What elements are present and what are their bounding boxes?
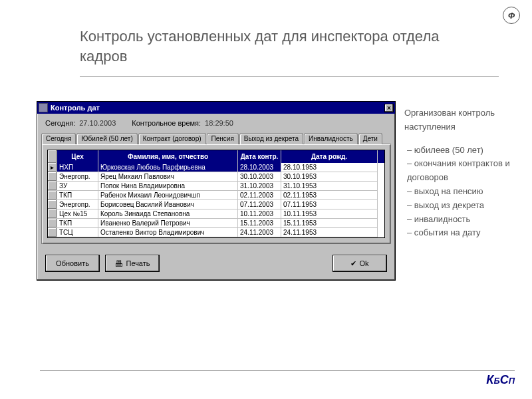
info-bar: Сегодня: 27.10.2003 Контрольное время: 1…	[37, 114, 395, 132]
cell-dob: 24.11.1953	[281, 228, 378, 237]
row-marker	[48, 172, 57, 182]
row-marker: ▸	[48, 163, 57, 172]
tab-invalid[interactable]: Инвалидность	[304, 133, 358, 144]
cell-dept: ТКП	[57, 219, 98, 228]
print-icon: 🖶	[114, 259, 123, 269]
ok-button[interactable]: ✔ Ok	[332, 255, 387, 272]
today-value: 27.10.2003	[79, 119, 116, 127]
cell-dctrl: 10.11.2003	[238, 209, 281, 219]
cell-dctrl: 31.10.2003	[238, 182, 281, 191]
tab-decree[interactable]: Выход из декрета	[239, 133, 303, 144]
cell-name: Король Зинаида Степановна	[98, 209, 238, 219]
cell-dctrl: 15.11.2003	[238, 219, 281, 228]
tab-contract[interactable]: Контракт (договор)	[138, 133, 206, 144]
cell-name: Юрковская Любовь Парфирьевна	[98, 163, 238, 172]
print-button-label: Печать	[126, 259, 150, 267]
tab-pension[interactable]: Пенсия	[207, 133, 239, 144]
cell-dob: 15.11.1953	[281, 219, 378, 228]
row-marker	[48, 182, 57, 191]
divider	[40, 370, 515, 371]
ctrl-time-label: Контрольное время:	[132, 119, 201, 127]
table-row[interactable]: Энергопр.Ярец Михаил Павлович30.10.20033…	[48, 172, 384, 182]
ctrl-time-value: 18:29:50	[205, 119, 233, 127]
row-marker	[48, 200, 57, 209]
side-panel: Организован контроль наступления юбилеев…	[404, 106, 517, 240]
cell-name: Остапенко Виктор Владимирович	[98, 228, 238, 237]
close-button[interactable]: ×	[384, 104, 394, 112]
cell-name: Борисовец Василий Иванович	[98, 200, 238, 209]
table-row[interactable]: ▸НХПЮрковская Любовь Парфирьевна28.10.20…	[48, 163, 384, 172]
list-item: выход на пенсию	[407, 185, 517, 199]
print-button[interactable]: 🖶 Печать	[105, 255, 160, 272]
cell-dept: ЗУ	[57, 182, 98, 191]
dialog-window: Контроль дат × Сегодня: 27.10.2003 Контр…	[37, 101, 396, 281]
cell-dctrl: 28.10.2003	[238, 163, 281, 172]
cell-dept: Энергопр.	[57, 172, 98, 182]
logo-icon: Ф	[503, 7, 520, 24]
list-item: инвалидность	[407, 213, 517, 227]
table-row[interactable]: ТСЦОстапенко Виктор Владимирович24.11.20…	[48, 228, 384, 237]
col-header-dept[interactable]: Цех	[57, 150, 98, 163]
refresh-button[interactable]: Обновить	[45, 255, 100, 272]
cell-name: Рабенок Михаил Леонидовичшп	[98, 191, 238, 200]
cell-dob: 31.10.1953	[281, 182, 378, 191]
divider	[80, 76, 499, 77]
cell-dctrl: 07.11.2003	[238, 200, 281, 209]
table-row[interactable]: Энергопр.Борисовец Василий Иванович07.11…	[48, 200, 384, 209]
grid-header: Цех Фамилия, имя, отчество Дата контр. Д…	[48, 150, 384, 163]
cell-dctrl: 02.11.2003	[238, 191, 281, 200]
cell-dctrl: 30.10.2003	[238, 172, 281, 182]
today-label: Сегодня:	[45, 119, 75, 127]
data-grid[interactable]: Цех Фамилия, имя, отчество Дата контр. Д…	[47, 150, 385, 238]
tab-jubilee[interactable]: Юбилей (50 лет)	[76, 133, 137, 144]
cell-dept: Энергопр.	[57, 200, 98, 209]
ok-button-label: ✔	[350, 259, 356, 268]
tabs: Сегодня Юбилей (50 лет) Контракт (догово…	[41, 133, 391, 144]
cell-name: Ярец Михаил Павлович	[98, 172, 238, 182]
list-item: выход из декрета	[407, 199, 517, 213]
cell-dept: Цех №15	[57, 209, 98, 219]
tab-children[interactable]: Дети	[358, 133, 382, 144]
cell-dctrl: 24.11.2003	[238, 228, 281, 237]
row-marker	[48, 219, 57, 228]
cell-dept: НХП	[57, 163, 98, 172]
row-marker	[48, 209, 57, 219]
cell-dob: 30.10.1953	[281, 172, 378, 182]
titlebar[interactable]: Контроль дат ×	[37, 102, 395, 114]
col-header-name[interactable]: Фамилия, имя, отчество	[98, 150, 238, 163]
row-marker	[48, 228, 57, 237]
page-title: Контроль установленных дат для инспектор…	[80, 27, 452, 66]
ok-text: Ok	[359, 259, 368, 267]
table-row[interactable]: Цех №15Король Зинаида Степановна10.11.20…	[48, 209, 384, 219]
side-list: юбилеев (50 лет) окончания контрактов и …	[404, 144, 517, 241]
row-marker	[48, 191, 57, 200]
cell-dob: 28.10.1953	[281, 163, 378, 172]
button-bar: Обновить 🖶 Печать ✔ Ok	[37, 248, 395, 280]
table-row[interactable]: ТКПРабенок Михаил Леонидовичшп02.11.2003…	[48, 191, 384, 200]
tab-today[interactable]: Сегодня	[41, 133, 76, 144]
cell-dob: 10.11.1953	[281, 209, 378, 219]
cell-dob: 07.11.1953	[281, 200, 378, 209]
list-item: юбилеев (50 лет)	[407, 144, 517, 158]
side-intro: Организован контроль наступления	[404, 106, 517, 134]
cell-dept: ТКП	[57, 191, 98, 200]
list-item: события на дату	[407, 226, 517, 240]
cell-name: Иваненко Валерий Петрович	[98, 219, 238, 228]
tab-panel: Цех Фамилия, имя, отчество Дата контр. Д…	[41, 144, 391, 244]
table-row[interactable]: ЗУПопок Нина Владимировна31.10.200331.10…	[48, 182, 384, 191]
table-row[interactable]: ТКПИваненко Валерий Петрович15.11.200315…	[48, 219, 384, 228]
cell-dob: 02.11.1953	[281, 191, 378, 200]
cell-dept: ТСЦ	[57, 228, 98, 237]
list-item: окончания контрактов и договоров	[407, 157, 517, 185]
cell-name: Попок Нина Владимировна	[98, 182, 238, 191]
window-icon	[39, 103, 48, 112]
col-header-dctrl[interactable]: Дата контр.	[238, 150, 281, 163]
col-header-dob[interactable]: Дата рожд.	[281, 150, 378, 163]
window-title: Контроль дат	[51, 104, 100, 112]
brand-footer: КБСП	[486, 373, 515, 387]
